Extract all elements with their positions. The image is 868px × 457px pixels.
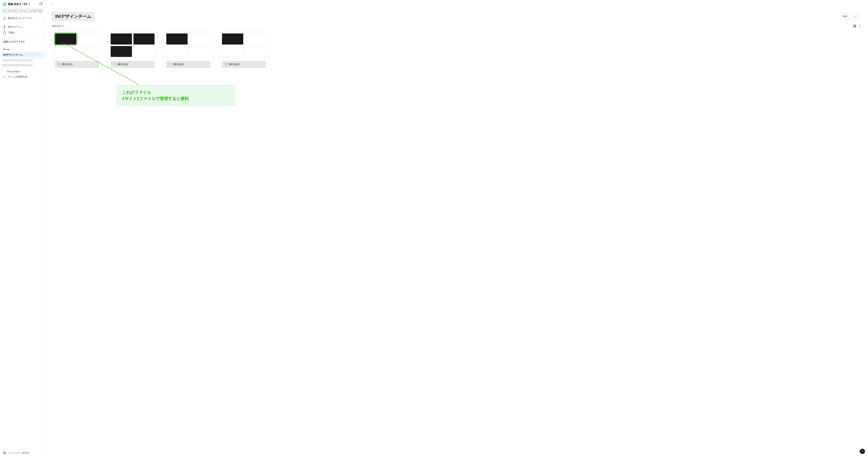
svg-point-5: [4, 27, 5, 28]
sort-row: 最終変更: [45, 23, 868, 30]
file-thumb-empty: [222, 46, 243, 57]
file-icon: [3, 31, 6, 34]
projects-grid: 〇〇株式会社 〇〇株式会社 〇〇株式: [45, 30, 868, 78]
card-thumbs: [219, 30, 269, 60]
svg-rect-12: [855, 25, 856, 26]
annotation-text-line1: これがファイル: [122, 89, 229, 95]
svg-rect-11: [854, 25, 855, 26]
sidebar-header: 高橋 茉由子 / INI: [0, 0, 45, 8]
list-view-button[interactable]: [858, 24, 862, 28]
search-input[interactable]: [2, 8, 43, 13]
svg-rect-14: [855, 26, 856, 27]
file-thumb-empty: [245, 46, 266, 57]
help-button[interactable]: ?: [860, 449, 865, 454]
plus-icon: [3, 75, 6, 78]
card-title: 〇〇株式会社: [222, 61, 266, 68]
my-teams-label: 自分のチーム: [8, 25, 22, 28]
file-thumb-empty: [245, 33, 266, 44]
file-thumb-empty: [78, 46, 99, 57]
card-title: 〇〇株式会社: [55, 61, 99, 68]
project-item[interactable]: Team project: [0, 69, 45, 74]
svg-point-10: [855, 16, 856, 17]
team-item-label: INIデザインチーム: [3, 53, 23, 57]
community-label: コミュニティを見る: [8, 451, 29, 454]
svg-line-1: [5, 11, 6, 12]
project-card[interactable]: 〇〇株式会社: [219, 30, 269, 72]
team-item-ini[interactable]: INIデザインチーム: [1, 52, 44, 58]
user-menu[interactable]: 高橋 茉由子 / INI: [3, 2, 30, 6]
file-thumb-empty: [189, 46, 210, 57]
clock-icon: [3, 17, 6, 20]
annotation-text-line2: 1サイト1ファイルで管理すると便利: [122, 95, 229, 102]
annotation-callout: これがファイル 1サイト1ファイルで管理すると便利: [116, 85, 236, 106]
my-teams-link[interactable]: 自分のチーム: [0, 24, 45, 30]
main-content: INIデザインチーム 招待 7 最終変更: [45, 0, 868, 457]
notifications-button[interactable]: [39, 2, 42, 6]
grid-icon: [853, 25, 856, 28]
create-team-button[interactable]: チームを新規作成: [0, 74, 45, 80]
file-thumb[interactable]: [133, 33, 155, 44]
file-thumb-empty: [78, 33, 99, 44]
person-icon: [854, 15, 856, 18]
favorites-section-title: お気に入りのファイル: [0, 38, 45, 44]
community-link[interactable]: コミュニティを見る: [0, 450, 45, 457]
file-thumb-empty: [133, 46, 155, 57]
page-title: INIデザインチーム: [52, 12, 95, 21]
file-thumb[interactable]: [55, 33, 76, 44]
nav-bar: [45, 0, 868, 9]
card-title: 〇〇株式会社: [166, 61, 210, 68]
card-thumbs: [107, 30, 158, 60]
project-card[interactable]: 〇〇株式会社: [107, 30, 158, 72]
project-item-label: Team project: [6, 70, 20, 73]
drafts-label: 下書き: [8, 31, 15, 34]
figma-icon: [3, 25, 6, 28]
chevron-right-icon: [57, 3, 59, 6]
recent-files-link[interactable]: 最近表示したファイル: [0, 15, 45, 21]
project-card[interactable]: 〇〇株式会社: [163, 30, 214, 72]
svg-rect-13: [854, 26, 855, 27]
title-actions: 招待 7: [840, 13, 861, 19]
grid-view-button[interactable]: [853, 24, 857, 28]
members-button[interactable]: 7: [851, 13, 861, 19]
team-item-placeholder: [0, 58, 45, 63]
user-name: 高橋 茉由子 / INI: [8, 2, 27, 6]
invite-button[interactable]: 招待: [840, 13, 850, 19]
app-root: 高橋 茉由子 / INI 最近表示したファイル 自分のチーム 下書き: [0, 0, 868, 457]
chevron-left-icon: [51, 3, 53, 6]
card-thumbs: [52, 30, 102, 60]
nav-back-button[interactable]: [49, 2, 54, 7]
file-thumb[interactable]: [166, 33, 188, 44]
recent-files-label: 最近表示したファイル: [8, 17, 32, 20]
file-thumb-empty: [189, 33, 210, 44]
team-section-title: チーム: [0, 46, 45, 52]
sort-dropdown[interactable]: 最終変更: [52, 25, 64, 28]
file-thumb[interactable]: [222, 33, 243, 44]
svg-point-4: [4, 27, 5, 27]
divider: [0, 22, 45, 23]
sidebar: 高橋 茉由子 / INI 最近表示したファイル 自分のチーム 下書き: [0, 0, 45, 457]
drafts-link[interactable]: 下書き: [0, 30, 45, 36]
chevron-down-icon: [62, 26, 64, 27]
team-item-placeholder: [0, 63, 45, 68]
title-row: INIデザインチーム 招待 7: [45, 9, 868, 23]
search-field[interactable]: [7, 9, 41, 12]
file-thumb[interactable]: [111, 33, 132, 44]
globe-icon: [3, 451, 6, 454]
create-team-label: チームを新規作成: [8, 75, 27, 78]
search-icon: [3, 9, 6, 12]
invite-label: 招待: [843, 15, 847, 18]
list-icon: [858, 25, 861, 28]
view-toggles: [853, 24, 862, 28]
svg-point-3: [4, 26, 5, 27]
help-icon: ?: [862, 450, 863, 453]
card-title: 〇〇株式会社: [111, 61, 155, 68]
sort-label: 最終変更: [52, 25, 61, 28]
project-card[interactable]: 〇〇株式会社: [52, 30, 102, 72]
svg-point-0: [4, 10, 5, 11]
nav-forward-button[interactable]: [55, 2, 60, 7]
chevron-down-icon: [29, 4, 30, 5]
file-thumb[interactable]: [111, 46, 132, 57]
file-thumb-empty: [166, 46, 188, 57]
notification-dot-icon: [41, 2, 42, 3]
file-thumb-empty: [55, 46, 76, 57]
